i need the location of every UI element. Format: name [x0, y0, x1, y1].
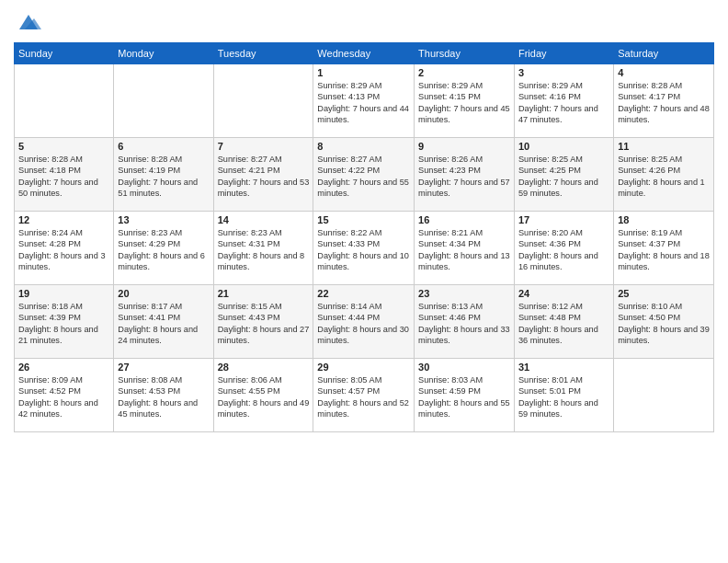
day-info: Sunrise: 8:14 AM Sunset: 4:44 PM Dayligh… — [317, 301, 410, 347]
day-info: Sunrise: 8:15 AM Sunset: 4:43 PM Dayligh… — [218, 301, 310, 347]
day-number: 4 — [618, 67, 710, 78]
day-info: Sunrise: 8:10 AM Sunset: 4:50 PM Dayligh… — [618, 301, 710, 347]
header — [14, 9, 714, 35]
day-info: Sunrise: 8:25 AM Sunset: 4:25 PM Dayligh… — [518, 154, 609, 200]
calendar-cell: 21Sunrise: 8:15 AM Sunset: 4:43 PM Dayli… — [213, 285, 313, 359]
day-number: 6 — [118, 141, 209, 152]
calendar-cell: 1Sunrise: 8:29 AM Sunset: 4:13 PM Daylig… — [313, 64, 415, 138]
day-number: 29 — [317, 362, 410, 373]
weekday-saturday: Saturday — [614, 43, 714, 64]
day-info: Sunrise: 8:23 AM Sunset: 4:31 PM Dayligh… — [218, 227, 310, 273]
day-info: Sunrise: 8:28 AM Sunset: 4:17 PM Dayligh… — [618, 80, 710, 126]
calendar-cell: 27Sunrise: 8:08 AM Sunset: 4:53 PM Dayli… — [114, 359, 213, 432]
week-row-4: 26Sunrise: 8:09 AM Sunset: 4:52 PM Dayli… — [15, 359, 714, 432]
day-number: 28 — [218, 362, 310, 373]
calendar-cell — [114, 64, 213, 138]
day-info: Sunrise: 8:01 AM Sunset: 5:01 PM Dayligh… — [518, 374, 609, 420]
day-number: 27 — [118, 362, 209, 373]
calendar-cell: 7Sunrise: 8:27 AM Sunset: 4:21 PM Daylig… — [213, 138, 313, 212]
day-number: 7 — [218, 141, 310, 152]
logo-icon — [16, 9, 41, 35]
day-info: Sunrise: 8:28 AM Sunset: 4:19 PM Dayligh… — [118, 154, 209, 200]
calendar-cell: 19Sunrise: 8:18 AM Sunset: 4:39 PM Dayli… — [15, 285, 114, 359]
day-number: 23 — [418, 288, 510, 299]
calendar-cell: 2Sunrise: 8:29 AM Sunset: 4:15 PM Daylig… — [415, 64, 515, 138]
week-row-2: 12Sunrise: 8:24 AM Sunset: 4:28 PM Dayli… — [15, 212, 714, 285]
day-number: 2 — [418, 67, 510, 78]
day-info: Sunrise: 8:18 AM Sunset: 4:39 PM Dayligh… — [18, 301, 109, 347]
day-number: 5 — [18, 141, 109, 152]
day-number: 8 — [317, 141, 410, 152]
calendar-cell: 23Sunrise: 8:13 AM Sunset: 4:46 PM Dayli… — [415, 285, 515, 359]
day-info: Sunrise: 8:21 AM Sunset: 4:34 PM Dayligh… — [418, 227, 510, 273]
calendar-cell: 30Sunrise: 8:03 AM Sunset: 4:59 PM Dayli… — [415, 359, 515, 432]
weekday-sunday: Sunday — [15, 43, 114, 64]
weekday-friday: Friday — [514, 43, 613, 64]
day-info: Sunrise: 8:27 AM Sunset: 4:22 PM Dayligh… — [317, 154, 410, 200]
calendar-cell: 31Sunrise: 8:01 AM Sunset: 5:01 PM Dayli… — [514, 359, 613, 432]
calendar-cell: 8Sunrise: 8:27 AM Sunset: 4:22 PM Daylig… — [313, 138, 415, 212]
day-info: Sunrise: 8:22 AM Sunset: 4:33 PM Dayligh… — [317, 227, 410, 273]
page: SundayMondayTuesdayWednesdayThursdayFrid… — [0, 0, 728, 563]
calendar-cell — [15, 64, 114, 138]
day-number: 30 — [418, 362, 510, 373]
calendar-cell: 16Sunrise: 8:21 AM Sunset: 4:34 PM Dayli… — [415, 212, 515, 285]
calendar-cell: 3Sunrise: 8:29 AM Sunset: 4:16 PM Daylig… — [514, 64, 613, 138]
day-number: 25 — [618, 288, 710, 299]
day-info: Sunrise: 8:29 AM Sunset: 4:15 PM Dayligh… — [418, 80, 510, 126]
day-info: Sunrise: 8:13 AM Sunset: 4:46 PM Dayligh… — [418, 301, 510, 347]
weekday-tuesday: Tuesday — [213, 43, 313, 64]
calendar-table: SundayMondayTuesdayWednesdayThursdayFrid… — [14, 42, 714, 432]
calendar-cell: 26Sunrise: 8:09 AM Sunset: 4:52 PM Dayli… — [15, 359, 114, 432]
day-number: 16 — [418, 214, 510, 225]
week-row-0: 1Sunrise: 8:29 AM Sunset: 4:13 PM Daylig… — [15, 64, 714, 138]
day-info: Sunrise: 8:05 AM Sunset: 4:57 PM Dayligh… — [317, 374, 410, 420]
calendar-cell: 29Sunrise: 8:05 AM Sunset: 4:57 PM Dayli… — [313, 359, 415, 432]
weekday-wednesday: Wednesday — [313, 43, 415, 64]
day-number: 13 — [118, 214, 209, 225]
day-number: 26 — [18, 362, 109, 373]
week-row-1: 5Sunrise: 8:28 AM Sunset: 4:18 PM Daylig… — [15, 138, 714, 212]
day-info: Sunrise: 8:19 AM Sunset: 4:37 PM Dayligh… — [618, 227, 710, 273]
day-info: Sunrise: 8:24 AM Sunset: 4:28 PM Dayligh… — [18, 227, 109, 273]
calendar-cell: 20Sunrise: 8:17 AM Sunset: 4:41 PM Dayli… — [114, 285, 213, 359]
day-info: Sunrise: 8:09 AM Sunset: 4:52 PM Dayligh… — [18, 374, 109, 420]
day-number: 3 — [518, 67, 609, 78]
day-number: 21 — [218, 288, 310, 299]
day-info: Sunrise: 8:17 AM Sunset: 4:41 PM Dayligh… — [118, 301, 209, 347]
day-number: 20 — [118, 288, 209, 299]
day-number: 10 — [518, 141, 609, 152]
day-info: Sunrise: 8:08 AM Sunset: 4:53 PM Dayligh… — [118, 374, 209, 420]
calendar-cell — [614, 359, 714, 432]
calendar-cell: 25Sunrise: 8:10 AM Sunset: 4:50 PM Dayli… — [614, 285, 714, 359]
calendar-cell: 22Sunrise: 8:14 AM Sunset: 4:44 PM Dayli… — [313, 285, 415, 359]
calendar-cell: 10Sunrise: 8:25 AM Sunset: 4:25 PM Dayli… — [514, 138, 613, 212]
calendar-cell: 13Sunrise: 8:23 AM Sunset: 4:29 PM Dayli… — [114, 212, 213, 285]
calendar-cell: 11Sunrise: 8:25 AM Sunset: 4:26 PM Dayli… — [614, 138, 714, 212]
day-number: 9 — [418, 141, 510, 152]
day-number: 22 — [317, 288, 410, 299]
day-number: 19 — [18, 288, 109, 299]
day-info: Sunrise: 8:29 AM Sunset: 4:16 PM Dayligh… — [518, 80, 609, 126]
calendar-cell: 4Sunrise: 8:28 AM Sunset: 4:17 PM Daylig… — [614, 64, 714, 138]
day-info: Sunrise: 8:20 AM Sunset: 4:36 PM Dayligh… — [518, 227, 609, 273]
day-number: 17 — [518, 214, 609, 225]
day-number: 1 — [317, 67, 410, 78]
calendar-cell: 18Sunrise: 8:19 AM Sunset: 4:37 PM Dayli… — [614, 212, 714, 285]
day-number: 24 — [518, 288, 609, 299]
day-info: Sunrise: 8:06 AM Sunset: 4:55 PM Dayligh… — [218, 374, 310, 420]
calendar-cell: 17Sunrise: 8:20 AM Sunset: 4:36 PM Dayli… — [514, 212, 613, 285]
day-info: Sunrise: 8:12 AM Sunset: 4:48 PM Dayligh… — [518, 301, 609, 347]
calendar-cell: 24Sunrise: 8:12 AM Sunset: 4:48 PM Dayli… — [514, 285, 613, 359]
day-number: 11 — [618, 141, 710, 152]
day-info: Sunrise: 8:29 AM Sunset: 4:13 PM Dayligh… — [317, 80, 410, 126]
day-number: 15 — [317, 214, 410, 225]
calendar-cell: 14Sunrise: 8:23 AM Sunset: 4:31 PM Dayli… — [213, 212, 313, 285]
day-info: Sunrise: 8:03 AM Sunset: 4:59 PM Dayligh… — [418, 374, 510, 420]
calendar-cell: 15Sunrise: 8:22 AM Sunset: 4:33 PM Dayli… — [313, 212, 415, 285]
day-info: Sunrise: 8:23 AM Sunset: 4:29 PM Dayligh… — [118, 227, 209, 273]
calendar-cell: 28Sunrise: 8:06 AM Sunset: 4:55 PM Dayli… — [213, 359, 313, 432]
day-info: Sunrise: 8:26 AM Sunset: 4:23 PM Dayligh… — [418, 154, 510, 200]
day-number: 14 — [218, 214, 310, 225]
weekday-thursday: Thursday — [415, 43, 515, 64]
